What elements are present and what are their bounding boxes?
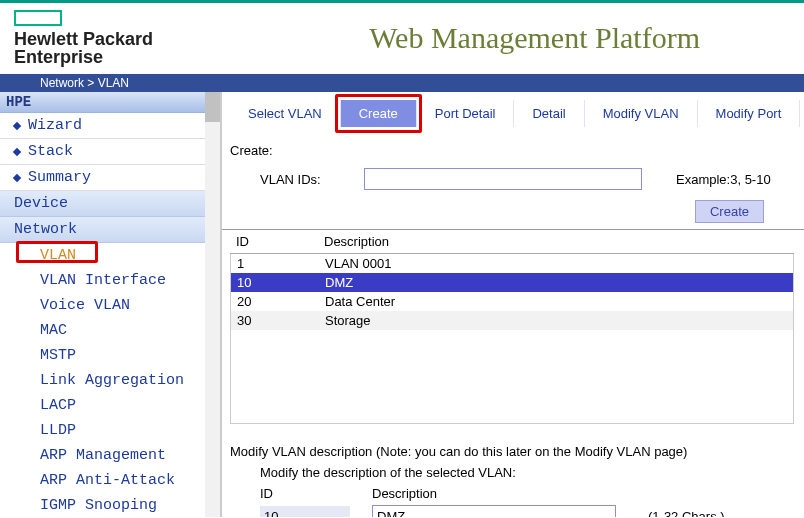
tab-modify-vlan[interactable]: Modify VLAN <box>585 100 698 127</box>
sidebar-sub-vlan[interactable]: VLAN <box>0 243 220 268</box>
table-row[interactable]: 10DMZ <box>231 273 793 292</box>
sidebar-section-device[interactable]: Device <box>0 191 220 217</box>
sidebar-item-label: Wizard <box>28 117 82 134</box>
sidebar-scroll-thumb[interactable] <box>205 92 220 122</box>
sidebar-sub-arp-anti-attack[interactable]: ARP Anti-Attack <box>0 468 220 493</box>
modify-block: Modify VLAN description (Note: you can d… <box>230 444 794 517</box>
sidebar-sub-lldp[interactable]: LLDP <box>0 418 220 443</box>
sidebar-sub-mstp[interactable]: MSTP <box>0 343 220 368</box>
modify-header-row: ID Description <box>230 486 794 501</box>
modify-id-value: 10 <box>260 506 350 518</box>
sidebar-item-label: Stack <box>28 143 73 160</box>
logo-text-line2: Enterprise <box>14 48 153 66</box>
cell-id: 20 <box>231 292 319 311</box>
tab-modify-port[interactable]: Modify Port <box>698 100 801 127</box>
modify-note: Modify VLAN description (Note: you can d… <box>230 444 794 459</box>
modify-hint: (1-32 Chars.) <box>648 509 725 518</box>
sidebar-sub-link-aggregation[interactable]: Link Aggregation <box>0 368 220 393</box>
breadcrumb: Network > VLAN <box>0 74 804 92</box>
vlan-id-example: Example:3, 5-10 <box>676 172 771 187</box>
content-area: Select VLAN Create Port Detail Detail Mo… <box>222 92 804 517</box>
sidebar-sub-label: VLAN <box>40 247 76 264</box>
cell-desc: DMZ <box>319 273 793 292</box>
table-row[interactable]: 1VLAN 0001 <box>231 254 793 273</box>
cell-id: 30 <box>231 311 319 330</box>
cell-desc: VLAN 0001 <box>319 254 793 273</box>
logo-block: Hewlett Packard Enterprise <box>14 10 153 66</box>
sidebar-sub-mac[interactable]: MAC <box>0 318 220 343</box>
sidebar: HPE Wizard Stack Summary Device Network … <box>0 92 222 517</box>
vlan-table: ID Description <box>230 230 794 254</box>
sidebar-sub-lacp[interactable]: LACP <box>0 393 220 418</box>
app-header: Hewlett Packard Enterprise Web Managemen… <box>0 0 804 74</box>
sidebar-item-wizard[interactable]: Wizard <box>0 113 220 139</box>
vlan-id-row: VLAN IDs: Example:3, 5-10 <box>230 168 794 190</box>
tab-port-detail[interactable]: Port Detail <box>417 100 515 127</box>
modify-col-id: ID <box>260 486 350 501</box>
table-row[interactable]: 20Data Center <box>231 292 793 311</box>
tab-detail[interactable]: Detail <box>514 100 584 127</box>
platform-title: Web Management Platform <box>369 21 700 55</box>
create-button[interactable]: Create <box>695 200 764 223</box>
vlan-id-input[interactable] <box>364 168 642 190</box>
tab-select-vlan[interactable]: Select VLAN <box>230 100 341 127</box>
create-panel: Create: VLAN IDs: Example:3, 5-10 Create <box>222 127 804 223</box>
cell-id: 1 <box>231 254 319 273</box>
bullet-icon <box>13 121 21 129</box>
logo-text-line1: Hewlett Packard <box>14 30 153 48</box>
sidebar-item-label: Summary <box>28 169 91 186</box>
hpe-logo-bar <box>14 10 62 26</box>
col-header-id[interactable]: ID <box>230 230 318 254</box>
tab-create[interactable]: Create <box>341 100 417 127</box>
sidebar-section-network[interactable]: Network <box>0 217 220 243</box>
tab-label: Create <box>359 106 398 121</box>
sidebar-sub-voice-vlan[interactable]: Voice VLAN <box>0 293 220 318</box>
bullet-icon <box>13 173 21 181</box>
sidebar-sub-arp-management[interactable]: ARP Management <box>0 443 220 468</box>
sidebar-sub-igmp-snooping[interactable]: IGMP Snooping <box>0 493 220 517</box>
cell-desc: Storage <box>319 311 793 330</box>
sidebar-item-stack[interactable]: Stack <box>0 139 220 165</box>
sidebar-item-summary[interactable]: Summary <box>0 165 220 191</box>
cell-desc: Data Center <box>319 292 793 311</box>
cell-id: 10 <box>231 273 319 292</box>
col-header-desc[interactable]: Description <box>318 230 794 254</box>
tab-bar: Select VLAN Create Port Detail Detail Mo… <box>230 100 804 127</box>
vlan-table-wrap: ID Description 1VLAN 000110DMZ20Data Cen… <box>230 230 794 424</box>
vlan-id-label: VLAN IDs: <box>260 172 340 187</box>
create-button-row: Create <box>230 200 794 223</box>
sidebar-root[interactable]: HPE <box>0 92 220 113</box>
vlan-table-rows: 1VLAN 000110DMZ20Data Center30Storage <box>231 254 793 330</box>
modify-subnote: Modify the description of the selected V… <box>230 465 794 480</box>
modify-col-desc: Description <box>372 486 437 501</box>
bullet-icon <box>13 147 21 155</box>
sidebar-sub-vlan-interface[interactable]: VLAN Interface <box>0 268 220 293</box>
modify-desc-input[interactable] <box>372 505 616 517</box>
vlan-table-body[interactable]: 1VLAN 000110DMZ20Data Center30Storage <box>230 254 794 424</box>
sidebar-scrollbar[interactable] <box>205 92 220 517</box>
main-layout: HPE Wizard Stack Summary Device Network … <box>0 92 804 517</box>
table-row[interactable]: 30Storage <box>231 311 793 330</box>
create-heading: Create: <box>230 143 794 158</box>
modify-value-row: 10 (1-32 Chars.) <box>230 505 794 517</box>
